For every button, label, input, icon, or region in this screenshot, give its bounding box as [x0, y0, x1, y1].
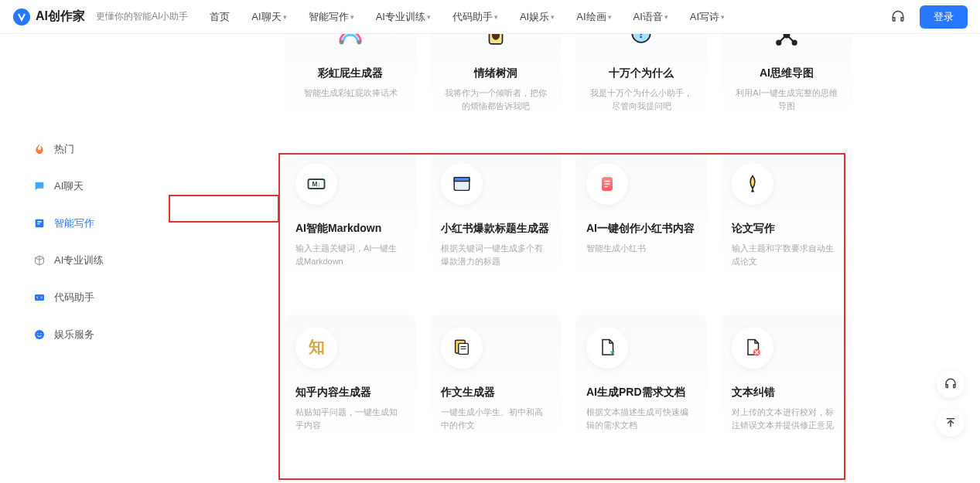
svg-text:?: ?	[637, 34, 645, 40]
sidebar: 热门AI聊天智能写作AI专业训练代码助手娱乐服务	[0, 34, 170, 483]
nav-item-3[interactable]: AI专业训练▾	[376, 10, 431, 24]
main: 热门AI聊天智能写作AI专业训练代码助手娱乐服务 彩虹屁生成器智能生成彩虹屁吹捧…	[0, 34, 980, 483]
rainbow-icon	[330, 34, 371, 56]
sidebar-item-label: AI专业训练	[54, 253, 104, 267]
card-doc[interactable]: 作文生成器一键生成小学生、初中和高中的作文	[430, 315, 562, 454]
card-title: AI生成PRD需求文档	[586, 386, 685, 400]
chevron-down-icon: ▾	[664, 13, 668, 21]
sidebar-item-2[interactable]: 智能写作	[0, 209, 170, 238]
doc-icon	[441, 327, 483, 369]
svg-point-7	[357, 40, 362, 45]
card-note[interactable]: AI一键创作小红书内容智能生成小红书	[575, 151, 707, 290]
code-icon	[32, 291, 46, 304]
md-icon: M↓	[295, 163, 337, 205]
card-prd[interactable]: AI生成PRD需求文档根据文本描述生成可快速编辑的需求文档	[575, 315, 707, 454]
svg-rect-20	[454, 178, 470, 182]
card-desc: 利用AI一键生成完整的思维导图	[732, 87, 842, 112]
card-window[interactable]: 小红书爆款标题生成器根据关键词一键生成多个有爆款潜力的标题	[430, 151, 562, 290]
float-headset-button[interactable]	[937, 370, 965, 398]
smile-icon	[32, 328, 46, 342]
note-icon	[586, 163, 628, 205]
card-zhi[interactable]: 知知乎内容生成器粘贴知乎问题，一键生成知乎内容	[285, 315, 416, 454]
card-title: 十万个为什么	[609, 66, 674, 80]
nav-item-0[interactable]: 首页	[210, 10, 230, 24]
card-desc: 粘贴知乎问题，一键生成知乎内容	[295, 406, 405, 431]
chevron-down-icon: ▾	[283, 13, 287, 21]
sidebar-item-label: 智能写作	[54, 216, 94, 230]
card-title: 作文生成器	[441, 386, 495, 400]
nav-item-2[interactable]: 智能写作▾	[309, 10, 354, 24]
svg-point-6	[340, 40, 344, 45]
nav-item-1[interactable]: AI聊天▾	[251, 10, 286, 24]
window-icon	[441, 163, 483, 205]
svg-point-0	[13, 9, 30, 26]
card-title: 情绪树洞	[474, 66, 517, 80]
chat-icon	[32, 179, 46, 193]
header-subtitle: 更懂你的智能AI小助手	[96, 10, 188, 23]
svg-text:知: 知	[308, 338, 325, 355]
card-md[interactable]: M↓AI智能Markdown输入主题关键词，AI一键生成Markdown	[285, 151, 416, 290]
card-desc: 我将作为一个倾听者，把你的烦恼都告诉我吧	[441, 87, 551, 112]
svg-text:M↓: M↓	[312, 181, 321, 188]
header: AI创作家 更懂你的智能AI小助手 首页AI聊天▾智能写作▾AI专业训练▾代码助…	[0, 0, 980, 34]
nav-item-5[interactable]: AI娱乐▾	[520, 10, 555, 24]
card-title: AI思维导图	[760, 66, 814, 80]
logo-text: AI创作家	[36, 9, 85, 25]
sidebar-item-1[interactable]: AI聊天	[0, 172, 170, 201]
headset-icon[interactable]	[890, 9, 906, 25]
chevron-down-icon: ▾	[427, 13, 431, 21]
card-mindmap[interactable]: AI思维导图利用AI一键生成完整的思维导图	[721, 34, 852, 126]
card-title: 论文写作	[732, 222, 775, 236]
pen-icon	[732, 163, 773, 205]
card-hole[interactable]: 情绪树洞我将作为一个倾听者，把你的烦恼都告诉我吧	[430, 34, 562, 126]
sidebar-item-label: AI聊天	[54, 179, 84, 193]
header-right: 登录	[890, 5, 968, 29]
nav-item-7[interactable]: AI语音▾	[633, 10, 668, 24]
error-icon	[732, 327, 773, 369]
sidebar-item-4[interactable]: 代码助手	[0, 283, 170, 312]
card-desc: 对上传的文本进行校对，标注错误文本并提供修正意见	[732, 406, 842, 431]
sidebar-item-label: 代码助手	[54, 291, 94, 304]
float-top-button[interactable]	[937, 409, 965, 437]
card-title: 文本纠错	[732, 386, 775, 400]
logo[interactable]: AI创作家	[12, 8, 85, 26]
sidebar-item-5[interactable]: 娱乐服务	[0, 320, 170, 349]
card-desc: 我是十万个为什么小助手，尽管向我提问吧	[586, 87, 696, 112]
sidebar-item-label: 娱乐服务	[54, 328, 94, 342]
card-question[interactable]: ?十万个为什么我是十万个为什么小助手，尽管向我提问吧	[575, 34, 707, 126]
float-buttons	[937, 370, 965, 437]
card-rainbow[interactable]: 彩虹屁生成器智能生成彩虹屁吹捧话术	[285, 34, 416, 126]
chevron-down-icon: ▾	[721, 13, 725, 21]
login-button[interactable]: 登录	[920, 5, 968, 29]
zhi-icon: 知	[295, 327, 337, 369]
question-icon: ?	[620, 34, 662, 56]
sidebar-item-label: 热门	[54, 142, 74, 156]
svg-point-4	[37, 333, 38, 334]
sidebar-item-0[interactable]: 热门	[0, 134, 170, 164]
card-desc: 根据关键词一键生成多个有爆款潜力的标题	[441, 242, 551, 267]
nav: 首页AI聊天▾智能写作▾AI专业训练▾代码助手▾AI娱乐▾AI绘画▾AI语音▾A…	[210, 10, 890, 24]
card-pen[interactable]: 论文写作输入主题和字数要求自动生成论文	[721, 151, 852, 290]
mindmap-icon	[766, 34, 808, 56]
card-error[interactable]: 文本纠错对上传的文本进行校对，标注错误文本并提供修正意见	[721, 315, 852, 454]
card-title: AI一键创作小红书内容	[586, 222, 695, 236]
nav-item-4[interactable]: 代码助手▾	[452, 10, 498, 24]
card-title: 小红书爆款标题生成器	[441, 222, 549, 236]
chevron-down-icon: ▾	[494, 13, 498, 21]
content: 彩虹屁生成器智能生成彩虹屁吹捧话术情绪树洞我将作为一个倾听者，把你的烦恼都告诉我…	[170, 34, 980, 483]
card-desc: 智能生成小红书	[586, 242, 646, 255]
prd-icon	[586, 327, 628, 369]
card-title: AI智能Markdown	[295, 222, 381, 236]
nav-item-8[interactable]: AI写诗▾	[690, 10, 725, 24]
card-desc: 根据文本描述生成可快速编辑的需求文档	[586, 406, 696, 431]
card-desc: 输入主题和字数要求自动生成论文	[732, 242, 842, 267]
card-desc: 一键生成小学生、初中和高中的作文	[441, 406, 551, 431]
cube-icon	[32, 253, 46, 267]
card-desc: 智能生成彩虹屁吹捧话术	[304, 87, 398, 100]
nav-item-6[interactable]: AI绘画▾	[576, 10, 611, 24]
fire-icon	[32, 142, 46, 156]
svg-point-3	[35, 330, 44, 339]
sidebar-item-3[interactable]: AI专业训练	[0, 246, 170, 275]
chevron-down-icon: ▾	[350, 13, 354, 21]
write-icon	[32, 216, 46, 230]
